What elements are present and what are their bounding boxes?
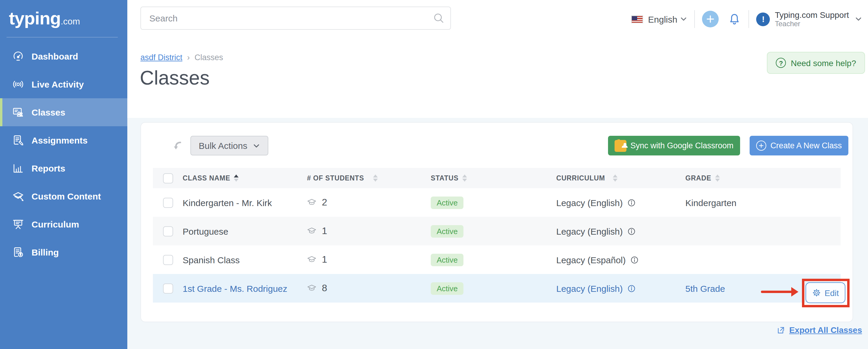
row-checkbox[interactable] (163, 197, 173, 208)
table-row[interactable]: Spanish Class 1 Active Legacy (Español) (153, 245, 841, 274)
table-header-row: CLASS NAME # OF STUDENTS STATUS CURRICUL… (153, 168, 841, 188)
table-row[interactable]: Portuguese 1 Active Legacy (English) (153, 217, 841, 245)
classes-table: CLASS NAME # OF STUDENTS STATUS CURRICUL… (153, 168, 841, 302)
column-grade[interactable]: GRADE (685, 175, 711, 182)
typing-com-logo[interactable]: typing .com (0, 0, 127, 29)
language-selector-label[interactable]: English (648, 14, 677, 24)
chevron-down-icon[interactable] (680, 16, 687, 23)
chevron-down-icon (252, 142, 260, 149)
user-info[interactable]: Typing.com Support Teacher (775, 10, 849, 28)
export-all-classes-link[interactable]: Export All Classes (776, 325, 862, 335)
students-cell: 8 (307, 283, 431, 294)
student-count: 1 (322, 254, 327, 265)
column-class-name[interactable]: CLASS NAME (183, 175, 230, 182)
google-classroom-icon (614, 140, 626, 152)
presentation-board-icon (12, 218, 24, 231)
sidebar-item-classes[interactable]: Classes (0, 98, 127, 126)
external-link-icon (776, 325, 785, 335)
bell-icon (728, 12, 742, 26)
table-row-highlighted[interactable]: 1st Grade - Ms. Rodriguez 8 Active Legac… (153, 274, 841, 302)
graduation-cap-icon (307, 198, 316, 207)
row-checkbox[interactable] (163, 283, 173, 293)
info-icon[interactable] (627, 227, 636, 236)
sidebar-item-live-activity[interactable]: Live Activity (0, 70, 127, 98)
select-all-checkbox[interactable] (163, 173, 173, 183)
info-icon[interactable] (627, 284, 636, 293)
document-pencil-icon (12, 134, 24, 146)
search-icon (433, 12, 445, 24)
create-class-label: Create A New Class (770, 141, 842, 150)
breadcrumb-district-link[interactable]: asdf District (141, 53, 182, 62)
table-row[interactable]: Kindergarten - Mr. Kirk 2 Active Legacy … (153, 188, 841, 217)
info-icon[interactable] (627, 198, 636, 207)
curriculum-cell: Legacy (Español) (556, 255, 626, 265)
chevron-down-icon[interactable] (855, 16, 862, 23)
bulk-actions-button[interactable]: Bulk Actions (190, 136, 268, 155)
search-input[interactable] (141, 6, 451, 30)
sidebar-item-label: Dashboard (32, 51, 78, 61)
topbar-divider (694, 10, 695, 28)
class-name-cell[interactable]: 1st Grade - Ms. Rodriguez (183, 283, 307, 293)
sidebar-item-curriculum[interactable]: Curriculum (0, 210, 127, 238)
need-help-label: Need some help? (791, 58, 857, 67)
user-name: Typing.com Support (775, 10, 849, 20)
graduation-cap-icon (307, 255, 316, 264)
sidebar-item-label: Live Activity (32, 79, 84, 89)
class-name-cell[interactable]: Portuguese (183, 226, 307, 236)
breadcrumb: asdf District › Classes (141, 53, 223, 62)
class-name-cell[interactable]: Kindergarten - Mr. Kirk (183, 197, 307, 208)
create-new-class-button[interactable]: Create A New Class (750, 136, 848, 155)
need-help-button[interactable]: ? Need some help? (767, 52, 865, 74)
column-status[interactable]: STATUS (431, 175, 458, 182)
breadcrumb-separator: › (187, 53, 190, 62)
user-role: Teacher (775, 20, 849, 28)
sidebar-item-custom-content[interactable]: Custom Content (0, 182, 127, 210)
topbar-right: English ! Typing.com Support Teacher (631, 0, 862, 38)
sidebar-item-label: Curriculum (32, 219, 79, 229)
sort-icon[interactable] (373, 175, 378, 182)
user-avatar[interactable]: ! (756, 12, 770, 26)
export-label: Export All Classes (789, 325, 862, 335)
classes-people-icon (12, 106, 24, 118)
student-count: 2 (322, 197, 327, 208)
sidebar-item-reports[interactable]: Reports (0, 154, 127, 182)
sync-google-classroom-button[interactable]: Sync with Google Classroom (608, 136, 740, 155)
sidebar-item-assignments[interactable]: Assignments (0, 126, 127, 154)
row-checkbox[interactable] (163, 226, 173, 236)
sort-icon[interactable] (462, 175, 467, 182)
curriculum-cell: Legacy (English) (556, 283, 623, 293)
question-circle-icon: ? (776, 58, 786, 68)
broadcast-icon (12, 78, 24, 90)
status-badge: Active (431, 225, 464, 237)
status-badge: Active (431, 254, 464, 266)
graduation-cap-icon (307, 226, 316, 236)
students-cell: 1 (307, 254, 431, 265)
classes-card: Bulk Actions Sync with Google Classroom … (141, 122, 853, 322)
annotation-box (802, 279, 849, 307)
sort-icon[interactable] (613, 175, 618, 182)
sidebar-item-label: Classes (32, 107, 65, 117)
page-title: Classes (140, 67, 210, 89)
sort-icon[interactable] (715, 175, 719, 182)
notifications-button[interactable] (728, 12, 742, 26)
sort-icon[interactable] (234, 175, 239, 182)
student-count: 8 (322, 283, 327, 294)
sidebar-item-dashboard[interactable]: Dashboard (0, 42, 127, 70)
us-flag-icon (631, 15, 643, 23)
bar-chart-icon (12, 162, 24, 175)
stacked-content-icon (12, 190, 24, 203)
bulk-actions-label: Bulk Actions (199, 141, 247, 151)
quick-add-button[interactable] (702, 11, 719, 27)
column-curriculum[interactable]: CURRICULUM (556, 175, 605, 182)
row-checkbox[interactable] (163, 255, 173, 265)
plus-icon (707, 15, 715, 23)
class-name-cell[interactable]: Spanish Class (183, 255, 307, 265)
plus-circle-icon (756, 141, 766, 151)
app-window: typing .com Dashboard Live Activity Clas… (0, 0, 868, 349)
column-students[interactable]: # OF STUDENTS (307, 175, 364, 182)
info-icon[interactable] (630, 255, 639, 264)
sidebar-item-billing[interactable]: Billing (0, 238, 127, 266)
topbar-divider (749, 10, 749, 28)
bulk-select-arrow-icon (172, 140, 184, 152)
sidebar-nav: Dashboard Live Activity Classes Assignme… (0, 42, 127, 266)
